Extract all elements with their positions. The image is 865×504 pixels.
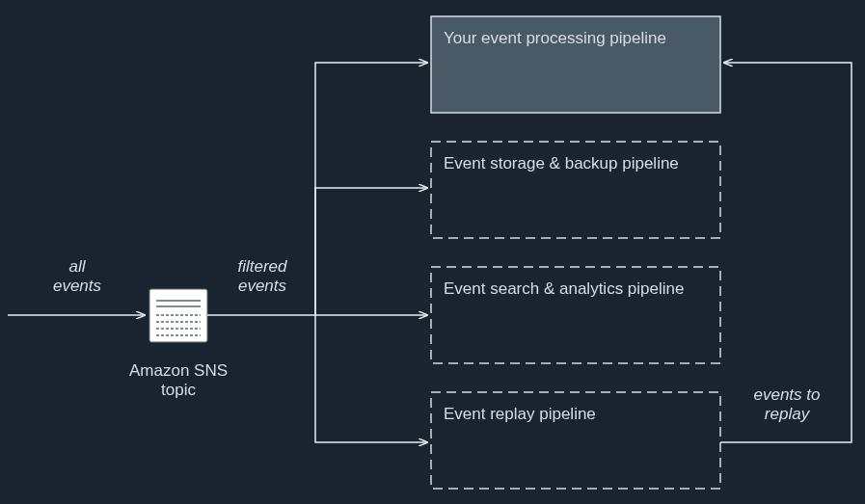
sns-topic-label-line2: topic <box>161 381 196 399</box>
box-storage: Event storage & backup pipeline <box>431 142 720 238</box>
edge-label-replay-l1: events to <box>754 385 821 404</box>
edge-label-all-events-l1: all <box>68 257 86 276</box>
box-replay: Event replay pipeline <box>431 392 720 489</box>
box-storage-label: Event storage & backup pipeline <box>444 154 679 172</box>
box-search: Event search & analytics pipeline <box>431 267 720 363</box>
box-processing-label: Your event processing pipeline <box>444 29 666 47</box>
sns-topic-label-line1: Amazon SNS <box>129 361 228 380</box>
arrow-to-processing <box>315 63 427 315</box>
edge-label-replay-l2: replay <box>765 405 811 423</box>
arrow-to-replay <box>315 315 427 442</box>
sns-topic-icon <box>149 289 207 342</box>
box-search-label: Event search & analytics pipeline <box>444 279 684 298</box>
edge-label-filtered-l1: filtered <box>237 257 287 276</box>
arrow-to-storage <box>315 188 427 315</box>
edge-label-filtered-l2: events <box>238 277 287 295</box>
edge-label-all-events-l2: events <box>53 277 102 295</box>
box-replay-label: Event replay pipeline <box>444 405 596 423</box>
box-processing: Your event processing pipeline <box>431 16 720 113</box>
